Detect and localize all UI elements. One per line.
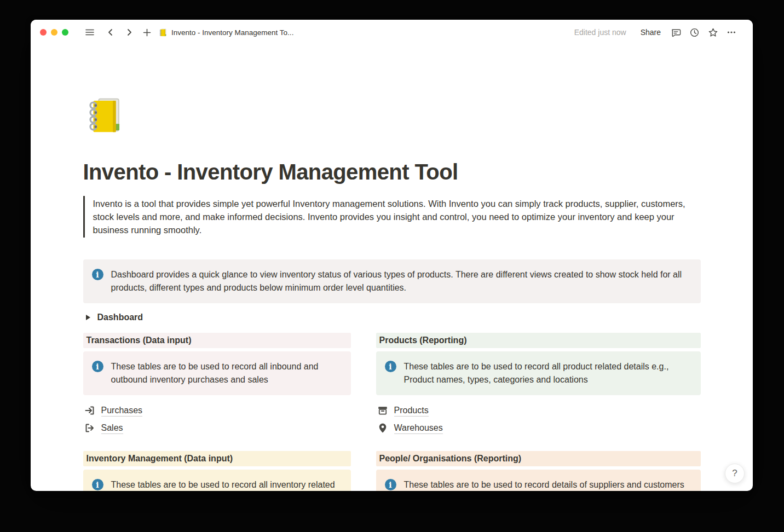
exit-icon <box>84 423 96 434</box>
app-window: Invento - Inventory Management To... Edi… <box>31 20 753 491</box>
section-callout: i These tables are to be used to record … <box>83 351 351 395</box>
dashboard-toggle[interactable]: Dashboard <box>83 310 701 325</box>
info-icon: i <box>92 479 103 490</box>
section-header: Products (Reporting) <box>376 333 701 348</box>
page-link-purchases[interactable]: Purchases <box>83 402 351 419</box>
section-header: Inventory Management (Data input) <box>83 451 351 466</box>
back-icon[interactable] <box>103 25 118 39</box>
section-callout: i These tables are to be used to record … <box>83 470 351 491</box>
section-products: Products (Reporting) i These tables are … <box>376 333 701 437</box>
section-inventory-management: Inventory Management (Data input) i Thes… <box>83 451 351 491</box>
help-button[interactable]: ? <box>725 464 745 483</box>
section-callout-text: These tables are to be used to record al… <box>404 360 692 386</box>
page-title: Invento - Inventory Management Tool <box>83 159 701 185</box>
page-link-label[interactable]: Sales <box>101 422 123 434</box>
comments-icon[interactable] <box>667 25 684 39</box>
share-button[interactable]: Share <box>636 26 665 39</box>
section-header: Transactions (Data input) <box>83 333 351 348</box>
location-pin-icon <box>377 423 389 434</box>
section-grid: Transactions (Data input) i These tables… <box>83 333 701 491</box>
section-callout: i These tables are to be used to record … <box>376 351 701 395</box>
page-link-label[interactable]: Purchases <box>101 404 143 417</box>
enter-icon <box>84 405 96 417</box>
notebook-tab-icon <box>158 28 168 37</box>
dashboard-callout-text: Dashboard provides a quick glance to vie… <box>111 268 692 294</box>
intro-quote-block: Invento is a tool that provides simple y… <box>83 196 691 238</box>
zoom-window-button[interactable] <box>62 29 68 36</box>
section-people-organisations: People/ Organisations (Reporting) i Thes… <box>376 451 701 491</box>
page-link-sales[interactable]: Sales <box>83 419 351 437</box>
section-callout-text: These tables are to be used to record al… <box>111 360 342 386</box>
dashboard-toggle-label[interactable]: Dashboard <box>97 313 143 322</box>
info-icon: i <box>92 361 103 372</box>
current-tab[interactable]: Invento - Inventory Management To... <box>158 28 293 37</box>
section-header: People/ Organisations (Reporting) <box>376 451 701 466</box>
page-link-warehouses[interactable]: Warehouses <box>376 419 701 437</box>
page-body: Invento - Inventory Management Tool Inve… <box>83 45 701 491</box>
toggle-triangle-icon[interactable] <box>85 314 91 321</box>
window-controls <box>40 29 68 36</box>
info-icon: i <box>385 361 396 372</box>
history-icon[interactable] <box>686 25 702 39</box>
forward-icon[interactable] <box>122 25 136 39</box>
info-icon: i <box>385 479 396 490</box>
section-callout-text: These tables are to be used to record de… <box>404 478 684 491</box>
section-callout: i These tables are to be used to record … <box>376 470 701 491</box>
section-callout-text: These tables are to be used to record al… <box>111 478 342 491</box>
titlebar: Invento - Inventory Management To... Edi… <box>31 20 753 45</box>
more-options-icon[interactable] <box>723 25 740 39</box>
tab-title: Invento - Inventory Management To... <box>171 28 293 37</box>
page-link-label[interactable]: Warehouses <box>394 422 443 434</box>
info-icon: i <box>92 269 103 280</box>
page-link-products[interactable]: Products <box>376 402 701 419</box>
minimize-window-button[interactable] <box>51 29 57 36</box>
edited-status: Edited just now <box>574 28 626 37</box>
page-link-label[interactable]: Products <box>394 404 429 417</box>
section-transactions: Transactions (Data input) i These tables… <box>83 333 351 437</box>
page-notebook-icon[interactable] <box>83 94 126 137</box>
new-tab-icon[interactable] <box>140 25 154 39</box>
dashboard-callout: i Dashboard provides a quick glance to v… <box>83 259 701 303</box>
close-window-button[interactable] <box>40 29 47 36</box>
favorite-star-icon[interactable] <box>705 25 721 39</box>
sidebar-menu-icon[interactable] <box>83 25 97 39</box>
archive-box-icon <box>377 405 389 417</box>
